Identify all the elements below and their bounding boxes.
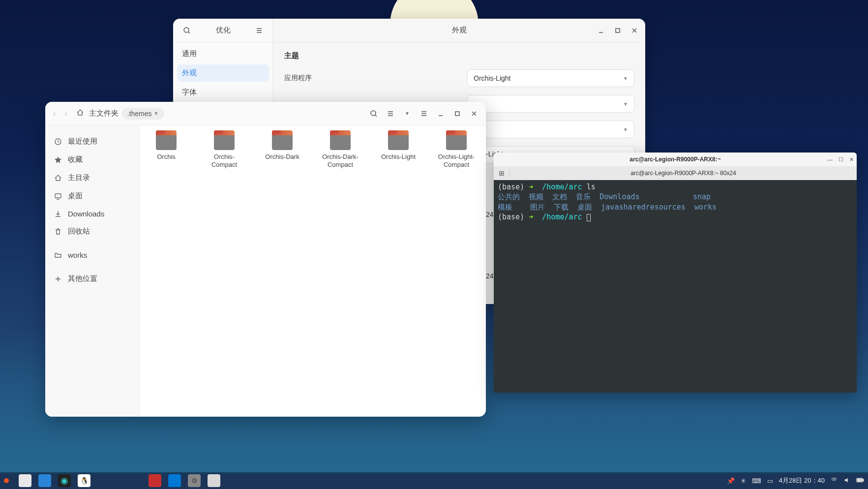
folder-label: Orchis-Dark [265, 153, 299, 161]
sidebar-item-label: 最近使用 [68, 137, 97, 146]
minimize-button[interactable]: — [827, 156, 833, 163]
terminal-tabbar: ⊞ arc@arc-Legion-R9000P-ARX8:~ 80x24 [494, 166, 857, 180]
tweaks-app-title: 优化 [216, 26, 231, 35]
files-content[interactable]: OrchisOrchis-CompactOrchis-DarkOrchis-Da… [140, 125, 486, 417]
svg-rect-18 [455, 112, 459, 116]
apps-menu-icon[interactable] [4, 478, 9, 483]
new-tab-button[interactable]: ⊞ [494, 169, 510, 177]
dropdown-hidden-2[interactable]: ▼ [467, 121, 634, 138]
tweaks-nav: 通用 外观 字体 [173, 42, 273, 102]
maximize-button[interactable] [611, 24, 625, 37]
folder-icon [388, 133, 409, 150]
folder-icon [446, 133, 467, 150]
sidebar-item-downloads[interactable]: Downloads [50, 205, 134, 222]
battery-icon[interactable] [856, 477, 864, 485]
terminal-body[interactable]: (base) ➜ /home/arc ls公共的 视频 文档 音乐 Downlo… [494, 180, 857, 393]
sidebar-item-other[interactable]: 其他位置 [50, 270, 134, 288]
svg-rect-28 [857, 479, 862, 481]
terminal-titlebar[interactable]: arc@arc-Legion-R9000P-ARX8:~ — ☐ ✕ [494, 153, 857, 166]
sidebar-item-starred[interactable]: 收藏 [50, 151, 134, 169]
label-applications: 应用程序 [284, 74, 312, 83]
sidebar-item-label: 主目录 [68, 173, 90, 183]
taskbar-right: 📌 ✳ ⌨ ▭ 4月28日 20：40 [727, 476, 864, 485]
svg-rect-22 [55, 194, 61, 198]
sidebar-item-label: 回收站 [68, 227, 90, 236]
sidebar-item-trash[interactable]: 回收站 [50, 222, 134, 241]
maximize-button[interactable]: ☐ [838, 156, 843, 163]
close-button[interactable] [467, 107, 481, 121]
files-window: ‹ › 主文件夹 .themes ▼ ▼ [45, 102, 486, 417]
maximize-button[interactable] [450, 107, 464, 121]
taskbar-app-switch[interactable] [208, 474, 220, 487]
volume-icon[interactable] [843, 477, 850, 485]
sidebar-item-home[interactable]: 主目录 [50, 169, 134, 187]
close-button[interactable] [628, 24, 641, 37]
path-chip-themes[interactable]: .themes ▼ [121, 108, 165, 120]
taskbar-app-settings[interactable]: ⚙ [188, 474, 201, 487]
sidebar-item-works[interactable]: works [50, 246, 134, 264]
taskbar-app-text-editor[interactable] [38, 474, 51, 487]
tweaks-main-title: 外观 [452, 26, 467, 35]
taskbar-apps: ◉🐧⚙ [4, 474, 220, 487]
taskbar-app-qq[interactable]: 🐧 [78, 474, 90, 487]
folder-item[interactable]: Orchis-Light [377, 133, 420, 169]
terminal-tab[interactable]: arc@arc-Legion-R9000P-ARX8:~ 80x24 [510, 167, 857, 180]
folder-item[interactable]: Orchis-Dark [261, 133, 304, 169]
sidebar-item-label: 桌面 [68, 191, 83, 201]
breadcrumb-home[interactable]: 主文件夹 [89, 109, 119, 118]
folder-icon [156, 133, 177, 150]
minimize-button[interactable] [594, 24, 608, 37]
folder-item[interactable]: Orchis-Dark-Compact [319, 133, 362, 169]
tray-pin-icon[interactable]: 📌 [727, 477, 735, 485]
taskbar-app-vscode[interactable] [168, 474, 181, 487]
sidebar-item-desktop[interactable]: 桌面 [50, 187, 134, 205]
nav-fonts[interactable]: 字体 [173, 83, 273, 102]
folder-item[interactable]: Orchis-Compact [203, 133, 246, 169]
files-header: ‹ › 主文件夹 .themes ▼ ▼ [45, 102, 486, 125]
sidebar-item-label: works [68, 251, 87, 259]
home-icon[interactable] [76, 109, 84, 118]
terminal-line: (base) ➜ /home/arc [498, 212, 853, 222]
folder-item[interactable]: Orchis-Light-Compact [435, 133, 478, 169]
files-sidebar: 最近使用 收藏 主目录 桌面 Downloads 回收站 [45, 125, 140, 417]
svg-line-1 [188, 32, 190, 33]
taskbar-datetime[interactable]: 4月28日 20：40 [779, 476, 825, 485]
view-dropdown-icon[interactable]: ▼ [400, 107, 414, 121]
hamburger-icon[interactable] [417, 107, 431, 121]
chevron-down-icon: ▼ [153, 111, 158, 116]
svg-rect-6 [616, 29, 620, 32]
terminal-line: (base) ➜ /home/arc ls [498, 182, 853, 192]
dropdown-applications[interactable]: Orchis-Light ▼ [467, 69, 634, 87]
chevron-down-icon: ▼ [623, 76, 628, 81]
tray-keyboard-icon[interactable]: ⌨ [752, 477, 761, 485]
network-icon[interactable] [831, 477, 838, 485]
tray-battery-small-icon[interactable]: ▭ [767, 477, 773, 485]
search-icon[interactable] [180, 24, 194, 37]
close-button[interactable]: ✕ [849, 156, 854, 163]
taskbar-app-files[interactable] [19, 474, 31, 487]
dropdown-hidden-1[interactable]: ▼ [467, 95, 634, 113]
back-button[interactable]: ‹ [50, 109, 59, 118]
folder-label: Orchis-Compact [203, 153, 246, 169]
taskbar-app-recorder[interactable] [149, 474, 161, 487]
terminal-window: arc@arc-Legion-R9000P-ARX8:~ — ☐ ✕ ⊞ arc… [494, 153, 857, 393]
minimize-button[interactable] [434, 107, 448, 121]
folder-label: Orchis-Dark-Compact [319, 153, 362, 169]
taskbar-app-edge[interactable]: ◉ [58, 474, 71, 487]
sidebar-item-recent[interactable]: 最近使用 [50, 132, 134, 151]
folder-icon [272, 133, 293, 150]
svg-line-10 [375, 115, 377, 117]
chevron-down-icon: ▼ [623, 127, 628, 132]
sidebar-item-label: 收藏 [68, 155, 83, 164]
tray-vpn-icon[interactable]: ✳ [741, 477, 746, 485]
hamburger-icon[interactable] [252, 24, 266, 37]
folder-item[interactable]: Orchis [145, 133, 188, 169]
forward-button[interactable]: › [61, 109, 70, 118]
nav-appearance[interactable]: 外观 [177, 64, 269, 82]
nav-general[interactable]: 通用 [173, 44, 273, 63]
folder-label: Orchis [157, 153, 176, 161]
svg-point-9 [371, 111, 376, 116]
terminal-line: 模板 图片 下载 桌面 javasharedresources works [498, 202, 853, 212]
view-list-icon[interactable] [384, 107, 397, 121]
search-icon[interactable] [367, 107, 381, 121]
